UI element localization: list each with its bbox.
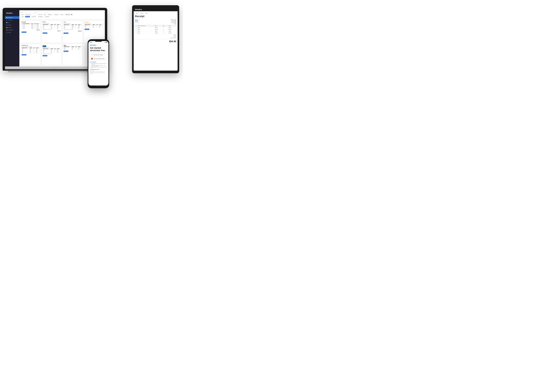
invoice-date-label: INVOICE DATE xyxy=(170,19,176,20)
type-business-btn[interactable]: Business xyxy=(47,14,53,15)
receipt-card-1-table: #Product DescriptionPriceQtyTotal 1Item … xyxy=(21,23,40,29)
ebay-download-btn[interactable]: Download xyxy=(63,33,68,34)
status-any-btn[interactable]: Any xyxy=(21,16,24,17)
sidebar-item-sync[interactable]: 🔄 Sync xyxy=(5,21,19,24)
sidebar-item-portals[interactable]: 🌐 Portals xyxy=(5,24,19,26)
why-item-3: 1 click export to major accounting apps.… xyxy=(90,67,107,68)
sidebar-item-expenses[interactable]: 📋 Expenses xyxy=(5,16,19,19)
office-btn-label: Sign Up with Office 365 xyxy=(93,58,104,59)
status-inprocess-btn[interactable]: In process xyxy=(31,16,37,17)
booking-table: PRODUCT DESCPRICEQTYTOTAL Item$501$50 It… xyxy=(21,47,40,53)
table-row: Item$201$20 xyxy=(43,25,61,26)
paypal-logo: PayPal xyxy=(43,21,61,22)
from-input[interactable] xyxy=(24,11,34,13)
phone-content: WellyBox Get startedabsolutely free. G S… xyxy=(88,43,108,76)
table-row: 2 Item 2 $70.00 1 $70.00 xyxy=(135,28,176,30)
why-item-1: Automatically collects all receipts & in… xyxy=(90,63,107,65)
sidebar-item-accounts[interactable]: 👤 Accounts xyxy=(5,19,19,21)
booking-logo: booking.com xyxy=(21,45,40,46)
table-row: Item$251$25 xyxy=(84,25,103,27)
vendor-label: Vendor xyxy=(21,14,24,15)
due-date-label: DUE DATE xyxy=(170,21,176,21)
tablet-device: WellyBox Type Vendor Date Receipt INVOIC… xyxy=(132,5,179,73)
sync-icon: 🔄 xyxy=(6,22,7,23)
due-date-value: Jan 15, 2024 xyxy=(170,21,176,22)
tablet-subtotal: Subtotal xyxy=(135,35,176,35)
booking-download-btn[interactable]: Download xyxy=(21,54,26,56)
amazon-logo: amazon xyxy=(84,21,103,23)
trust-title: Trust Must Be Earned xyxy=(90,69,107,70)
type-any-btn[interactable]: Any xyxy=(43,14,46,15)
trust-subtitle: We will never... xyxy=(90,70,107,71)
tablet-taxes: Taxes xyxy=(135,36,176,37)
invoice-to-value: 884400-2 xyxy=(135,21,140,22)
type-personal-btn[interactable]: Personal xyxy=(54,14,59,15)
receipt-card-ebay: ebay COMPANY NAME PRODUCT DESCPRICEQTYTO… xyxy=(63,21,83,43)
ebay-terms: TERMS AND CONDITIONS xyxy=(63,29,82,30)
uber-download-btn[interactable]: Download xyxy=(63,51,68,52)
paypal-company: COMPANY NAME xyxy=(43,23,61,24)
amazon-download-btn[interactable]: Download xyxy=(84,29,90,30)
trust-text: We take all of your data as seriously as… xyxy=(90,71,107,74)
tablet-tag-type[interactable]: Type xyxy=(135,13,139,14)
why-wellybox-title: Why WellyBox xyxy=(90,62,107,63)
phone-status-icons: ▶ ◼ ⬛ xyxy=(105,42,107,43)
uber-table: PRODUCT DESCPRICEQTYTOTAL Ride$181$18 Ri… xyxy=(63,46,82,50)
table-row: Item$1001$100 xyxy=(64,27,82,28)
phone-headline: Get startedabsolutely free. xyxy=(90,47,107,52)
table-row: 1Item 1$5.901$4.90 xyxy=(22,24,40,26)
table-row: Item$302$60 xyxy=(22,51,40,52)
google-btn-label: Sign Up with Google xyxy=(93,54,103,56)
vendor-input[interactable] xyxy=(25,14,38,15)
receipt-card-1-title: Receipt xyxy=(21,21,40,23)
invoice-num-value: #001 xyxy=(170,23,176,24)
table-row: Ride$181$18 xyxy=(64,47,82,48)
categories-icon: 🏷️ xyxy=(6,29,7,31)
tablet-filter-row: Type Vendor Date xyxy=(135,13,176,14)
laptop-notch xyxy=(51,67,59,68)
ikea-company: COMPANY NAME xyxy=(43,47,61,48)
ikea-download-btn[interactable]: Download xyxy=(43,55,48,56)
phone-notch xyxy=(95,41,102,42)
ebay-company: COMPANY NAME xyxy=(63,23,82,24)
category-label: Category xyxy=(60,14,63,15)
to-input[interactable] xyxy=(37,11,47,13)
table-row: Item$451$45 xyxy=(43,52,61,53)
sidebar-item-entities[interactable]: 🏢 Entities xyxy=(5,26,19,29)
portals-icon: 🌐 xyxy=(6,25,7,26)
invoice-num-label: INVOICE # xyxy=(170,22,176,23)
why-item-2: Connects to all major email systems - No… xyxy=(90,65,107,66)
status-irrelevant-btn[interactable]: Irrelevant xyxy=(44,16,50,17)
status-review-btn[interactable]: Review xyxy=(25,16,30,17)
receipt-card-1-download-btn[interactable]: Download xyxy=(21,32,26,33)
from-label: From xyxy=(21,12,23,13)
table-row: Item$152$30 xyxy=(84,27,103,28)
ikea-terms: TERMS AND CONDITIONS xyxy=(43,53,61,54)
table-row: Item$401$40 xyxy=(43,28,61,29)
tablet-tag-vendor[interactable]: Vendor xyxy=(139,13,144,14)
sidebar-item-categories[interactable]: 🏷️ Categories xyxy=(5,29,19,31)
receipt-card-booking: booking.com ADVERTISING SPACE HERE PRODU… xyxy=(21,44,41,65)
google-signup-button[interactable]: G Sign Up with Google xyxy=(90,53,104,56)
paypal-download-btn[interactable]: Download xyxy=(43,32,48,34)
google-icon: G xyxy=(91,54,93,56)
table-row: Item$501$50 xyxy=(22,48,40,49)
status-published-btn[interactable]: Published xyxy=(37,16,43,17)
table-row: Item$801$80 xyxy=(22,49,40,51)
sidebar-item-profile[interactable]: 👤 Profile xyxy=(5,31,19,34)
expenses-icon: 📋 xyxy=(6,17,7,18)
table-row: Item$301$30 xyxy=(43,26,61,28)
category-select[interactable]: Select One xyxy=(64,14,73,15)
table-row: 2Item 2$70.001$70.00 xyxy=(22,26,40,27)
tablet-receipt-title: Receipt xyxy=(135,15,176,18)
tablet-screen: WellyBox Type Vendor Date Receipt INVOIC… xyxy=(134,8,178,71)
ebay-total: $592.28 xyxy=(63,30,82,32)
phone-bezel: 10:11 ▶ ◼ ⬛ WellyBox Get startedabsolute… xyxy=(88,39,109,88)
tablet-tag-date[interactable]: Date xyxy=(145,13,148,14)
phone-logo: WellyBox xyxy=(90,44,107,46)
receipt-card-paypal: PayPal COMPANY NAME PRODUCT DESCPRICEQTY… xyxy=(42,21,62,43)
office365-signup-button[interactable]: O Sign Up with Office 365 xyxy=(90,57,106,60)
phone-screen: 10:11 ▶ ◼ ⬛ WellyBox Get startedabsolute… xyxy=(88,41,108,85)
uber-logo: Uber xyxy=(63,45,82,46)
office365-icon: O xyxy=(91,58,93,59)
